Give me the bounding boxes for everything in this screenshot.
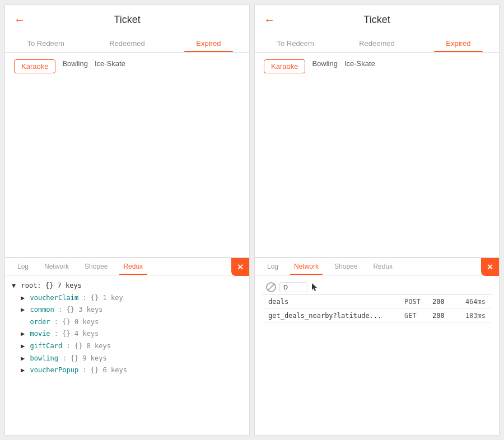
left-tab-expired[interactable]: Expired	[168, 35, 249, 52]
network-row-status: 200	[432, 312, 455, 320]
right-cat-karaoke[interactable]: Karaoke	[264, 59, 305, 73]
tree-value: : {} 1 key	[82, 294, 123, 302]
tree-key: giftCard	[30, 342, 62, 350]
block-icon[interactable]	[266, 282, 276, 292]
left-back-button[interactable]: ←	[14, 13, 25, 26]
right-tab-redeemed[interactable]: Redeemed	[336, 35, 417, 52]
right-ticket-tabs: To Redeem Redeemed Expired	[255, 35, 499, 53]
left-dev-tab-shopee[interactable]: Shopee	[77, 258, 115, 275]
tree-value: : {} 0 keys	[54, 318, 99, 326]
tree-key: movie	[30, 330, 50, 338]
right-ticket-title: Ticket	[363, 14, 390, 26]
left-dev-panel: ✕ Log Network Shopee Redux ▼ root: {} 7 …	[5, 257, 249, 435]
network-row-get-deals[interactable]: get_deals_nearby?latitude... GET 200 183…	[262, 309, 492, 323]
left-cat-karaoke[interactable]: Karaoke	[14, 59, 55, 73]
main-container: ← Ticket To Redeem Redeemed Expired Kara…	[0, 0, 504, 440]
right-panel: ← Ticket To Redeem Redeemed Expired Kara…	[254, 4, 500, 436]
tree-expand-icon: ▶	[21, 306, 25, 313]
right-close-icon: ✕	[487, 263, 493, 272]
right-dev-tab-network[interactable]: Network	[286, 258, 326, 275]
right-dev-content: deals POST 200 464ms get_deals_nearby?la…	[255, 275, 499, 435]
network-row-name: deals	[268, 298, 404, 306]
network-row-deals[interactable]: deals POST 200 464ms	[262, 295, 492, 309]
left-dev-tab-log[interactable]: Log	[10, 258, 36, 275]
left-ticket-categories: Karaoke Bowling Ice-Skate	[5, 53, 249, 80]
tree-item-giftcard[interactable]: ▶ giftCard : {} 8 keys	[21, 340, 242, 353]
left-panel: ← Ticket To Redeem Redeemed Expired Kara…	[4, 4, 250, 436]
tree-expand-icon: ▶	[21, 294, 25, 302]
right-ticket-header: ← Ticket	[255, 14, 499, 30]
left-cat-bowling[interactable]: Bowling	[62, 59, 88, 73]
tree-key: common	[30, 306, 54, 313]
left-tab-to-redeem[interactable]: To Redeem	[5, 35, 86, 52]
right-ticket-categories: Karaoke Bowling Ice-Skate	[255, 53, 499, 80]
network-row-name: get_deals_nearby?latitude...	[268, 312, 404, 320]
right-dev-panel: ✕ Log Network Shopee Redux	[255, 257, 499, 435]
tree-value: : {} 8 keys	[67, 342, 111, 350]
left-close-badge[interactable]: ✕	[231, 258, 249, 276]
tree-item-movie[interactable]: ▶ movie : {} 4 keys	[21, 328, 242, 340]
tree-item-voucherclaim[interactable]: ▶ voucherClaim : {} 1 key	[21, 292, 242, 305]
tree-key: bowling	[30, 354, 58, 362]
tree-root[interactable]: ▼ root: {} 7 keys	[12, 280, 242, 292]
left-dev-tab-network[interactable]: Network	[36, 258, 77, 275]
tree-key: voucherPopup	[30, 366, 78, 374]
tree-item-bowling[interactable]: ▶ bowling : {} 9 keys	[21, 353, 242, 365]
tree-value: : {} 6 keys	[82, 366, 127, 374]
tree-key: voucherClaim	[30, 294, 78, 302]
right-dev-tab-shopee[interactable]: Shopee	[326, 258, 365, 275]
network-row-time: 464ms	[455, 298, 486, 306]
left-spacer	[5, 80, 249, 257]
right-dev-tabs: Log Network Shopee Redux	[255, 258, 499, 275]
left-dev-content: ▼ root: {} 7 keys ▶ voucherClaim : {} 1 …	[5, 275, 249, 435]
right-tab-expired[interactable]: Expired	[418, 35, 499, 52]
left-ticket-header: ← Ticket	[5, 14, 249, 30]
right-close-badge[interactable]: ✕	[481, 258, 499, 276]
cursor-icon	[311, 282, 318, 292]
network-toolbar	[262, 280, 492, 295]
tree-item-common[interactable]: ▶ common : {} 3 keys	[21, 304, 242, 316]
tree-expand-icon: ▶	[21, 354, 25, 362]
right-ticket-area: ← Ticket To Redeem Redeemed Expired Kara…	[255, 5, 499, 80]
right-back-button[interactable]: ←	[264, 13, 275, 26]
left-ticket-tabs: To Redeem Redeemed Expired	[5, 35, 249, 53]
left-dev-tab-redux[interactable]: Redux	[115, 258, 151, 275]
right-cat-bowling[interactable]: Bowling	[312, 59, 338, 73]
tree-item-order[interactable]: ▶ order : {} 0 keys	[21, 316, 242, 329]
tree-root-expand: ▼	[12, 282, 16, 289]
left-tab-redeemed[interactable]: Redeemed	[86, 35, 167, 52]
right-cat-ice-skate[interactable]: Ice-Skate	[344, 59, 375, 73]
tree-root-label: root: {} 7 keys	[21, 282, 81, 289]
tree-expand-icon: ▶	[21, 330, 25, 338]
tree-value: : {} 9 keys	[62, 354, 106, 362]
right-dev-tab-redux[interactable]: Redux	[365, 258, 400, 275]
right-tab-to-redeem[interactable]: To Redeem	[255, 35, 336, 52]
tree-item-voucherpopup[interactable]: ▶ voucherPopup : {} 6 keys	[21, 364, 242, 377]
network-row-time: 183ms	[455, 312, 486, 320]
network-row-status: 200	[432, 298, 455, 306]
left-ticket-area: ← Ticket To Redeem Redeemed Expired Kara…	[5, 5, 249, 80]
tree-value: : {} 3 keys	[58, 306, 102, 313]
network-row-method: GET	[404, 312, 432, 320]
network-row-method: POST	[404, 298, 432, 306]
network-filter-input[interactable]	[279, 282, 307, 292]
left-cat-ice-skate[interactable]: Ice-Skate	[95, 59, 125, 73]
tree-expand-icon: ▶	[21, 366, 25, 374]
tree-key: order	[30, 318, 50, 326]
right-dev-tab-log[interactable]: Log	[259, 258, 286, 275]
left-dev-tabs: Log Network Shopee Redux	[5, 258, 249, 275]
tree-children: ▶ voucherClaim : {} 1 key ▶ common : {} …	[12, 292, 242, 377]
tree-expand-icon: ▶	[21, 342, 25, 350]
left-close-icon: ✕	[237, 263, 244, 272]
tree-value: : {} 4 keys	[54, 330, 99, 338]
right-spacer	[255, 80, 499, 257]
left-ticket-title: Ticket	[114, 14, 140, 26]
